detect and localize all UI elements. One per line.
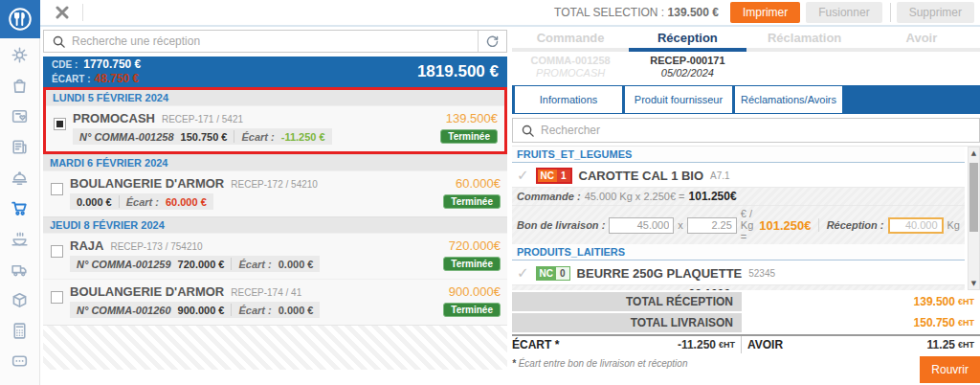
total-reception-value: 139.500€HT bbox=[742, 292, 980, 311]
reception-row-boulangerie-1[interactable]: BOULANGERIE D'ARMORRECEP-172 / 54210 0.0… bbox=[43, 170, 507, 216]
search-icon bbox=[521, 124, 535, 138]
total-livraison-label: TOTAL LIVRAISON bbox=[512, 313, 742, 332]
reception-group-selected: LUNDI 5 FÉVRIER 2024 PROMOCASHRECEP-171 … bbox=[43, 87, 507, 154]
avoir-value: 11.25€HT bbox=[927, 338, 974, 351]
subtab-reclamations-avoirs[interactable]: Réclamations/Avoirs bbox=[735, 86, 842, 113]
product-code: A7.1 bbox=[710, 170, 730, 181]
stock-box-icon[interactable] bbox=[10, 290, 30, 310]
app-logo-icon[interactable] bbox=[0, 0, 40, 38]
reception-row-raja[interactable]: RAJARECEP-173 / 754210 N° COMMA-001259 7… bbox=[43, 233, 507, 279]
scroll-up-icon[interactable]: ▲ bbox=[969, 149, 979, 157]
validated-check-icon: ✓ bbox=[517, 264, 529, 282]
scroll-down-icon[interactable]: ▼ bbox=[969, 280, 979, 287]
reception-ref: RECEP-171 / 5421 bbox=[162, 114, 243, 125]
supplier-card-icon[interactable] bbox=[10, 106, 30, 126]
delivery-truck-icon[interactable] bbox=[10, 260, 30, 280]
product-code: 52345 bbox=[748, 268, 775, 279]
grand-total-value: 1819.500 € bbox=[417, 62, 499, 81]
order-number: N° COMMA-001260 bbox=[77, 305, 171, 316]
ecart-avoir-row: ÉCART * -11.250€HT AVOIR 11.25€HT bbox=[512, 334, 980, 353]
row-checkbox[interactable] bbox=[54, 118, 66, 130]
total-reception-row: TOTAL RÉCEPTION 139.500€HT bbox=[512, 292, 980, 311]
ecart-value: 60.000 € bbox=[166, 196, 207, 208]
left-panel-footer bbox=[43, 370, 507, 385]
row-checkbox[interactable] bbox=[51, 183, 63, 195]
settings-icon[interactable] bbox=[10, 45, 30, 65]
reception-amount: 60.000€ bbox=[456, 176, 501, 191]
subtab-produit-fournisseur[interactable]: Produit fournisseur bbox=[625, 86, 732, 113]
date-header: LUNDI 5 FÉVRIER 2024 bbox=[46, 90, 504, 105]
room-service-icon[interactable] bbox=[10, 168, 30, 188]
order-chip: N° COMMA-001260 900.000 € Écart : 0.000 … bbox=[70, 302, 320, 318]
nc-count: 1 bbox=[557, 170, 570, 182]
messages-icon[interactable] bbox=[10, 351, 30, 372]
shopping-bag-icon[interactable] bbox=[10, 76, 30, 96]
reception-ref: RECEP-173 / 754210 bbox=[110, 241, 202, 252]
sidebar-nav bbox=[0, 38, 39, 372]
kitchen-icon[interactable] bbox=[10, 229, 30, 249]
reception-search bbox=[43, 30, 507, 53]
reception-amount: 900.000€ bbox=[449, 284, 501, 299]
reopen-button[interactable]: Rouvrir bbox=[920, 356, 980, 383]
avoir-ref bbox=[863, 55, 980, 81]
date-header: JEUDI 8 FÉVRIER 2024 bbox=[43, 217, 507, 233]
reception-list-panel: CDE :1770.750 € ÉCART :48.750 € 1819.500… bbox=[43, 30, 507, 385]
tab-reclamation[interactable]: Réclamation bbox=[746, 29, 863, 52]
reception-search-input[interactable] bbox=[72, 34, 478, 48]
date-header: MARDI 6 FÉVRIER 2024 bbox=[43, 155, 507, 170]
print-button[interactable]: Imprimer bbox=[730, 2, 800, 23]
selection-summary-bar: CDE :1770.750 € ÉCART :48.750 € 1819.500… bbox=[43, 57, 507, 87]
ecart-value: 0.000 € bbox=[278, 259, 314, 270]
merge-button[interactable]: Fusionner bbox=[806, 2, 881, 23]
refresh-icon[interactable] bbox=[478, 31, 506, 52]
product-list-scrollbar[interactable]: ▲ ▼ bbox=[968, 147, 980, 290]
close-icon[interactable] bbox=[48, 3, 77, 22]
topbar: TOTAL SELECTION : 139.500 € Imprimer Fus… bbox=[40, 0, 980, 27]
delete-button[interactable]: Supprimer bbox=[897, 2, 974, 23]
button-divider bbox=[890, 3, 891, 22]
calculator-icon[interactable] bbox=[10, 321, 30, 341]
product-search bbox=[512, 118, 980, 143]
order-amount: 0.000 € bbox=[77, 196, 112, 208]
reclamation-ref bbox=[746, 55, 863, 81]
ecart-label: Écart : bbox=[241, 131, 274, 143]
bl-qty-input[interactable] bbox=[609, 217, 674, 234]
sidebar bbox=[0, 0, 40, 385]
workflow-tabs: Commande Réception Réclamation Avoir bbox=[512, 29, 980, 52]
tab-avoir[interactable]: Avoir bbox=[863, 29, 980, 52]
order-number: N° COMMA-001259 bbox=[77, 259, 171, 270]
row-checkbox[interactable] bbox=[51, 245, 63, 258]
invoices-icon[interactable] bbox=[10, 137, 30, 157]
shopping-cart-icon[interactable] bbox=[10, 198, 30, 218]
commande-expr: 45.000 Kg x 2.250€ = bbox=[585, 191, 685, 202]
subtab-informations[interactable]: Informations bbox=[515, 86, 622, 113]
status-badge: Terminée bbox=[443, 194, 501, 209]
reception-row-promocash[interactable]: PROMOCASHRECEP-171 / 5421 N° COMMA-00125… bbox=[46, 105, 504, 151]
ecart-label: Écart : bbox=[238, 259, 271, 270]
product-search-input[interactable] bbox=[541, 124, 979, 137]
scrollbar-thumb[interactable] bbox=[969, 163, 978, 232]
tab-commande[interactable]: Commande bbox=[512, 29, 629, 52]
ecart-label: ÉCART * bbox=[512, 338, 559, 351]
bl-price-input[interactable] bbox=[687, 217, 737, 234]
reception-amount: 139.500€ bbox=[446, 111, 498, 125]
status-badge: Terminée bbox=[443, 303, 501, 317]
order-number: N° COMMA-001258 bbox=[79, 131, 174, 143]
topbar-divider bbox=[82, 4, 83, 21]
commande-line: Commande : 45.000 Kg x 2.250€ = 101.250€ bbox=[512, 187, 965, 205]
total-reception-label: TOTAL RÉCEPTION bbox=[512, 292, 742, 311]
order-chip: 0.000 € Écart : 60.000 € bbox=[70, 193, 213, 210]
ecart-value: 0.000 € bbox=[278, 305, 314, 316]
reception-qty-input[interactable] bbox=[888, 217, 944, 234]
total-selection: TOTAL SELECTION : 139.500 € bbox=[554, 6, 719, 19]
row-checkbox[interactable] bbox=[51, 291, 63, 304]
tab-reception[interactable]: Réception bbox=[629, 29, 746, 52]
status-badge: Terminée bbox=[440, 129, 498, 144]
category-header: FRUITS_ET_LEGUMES bbox=[512, 147, 965, 163]
commande-ref: COMMA-001258 PROMOCASH bbox=[512, 55, 629, 81]
ecart-value: -11.250 € bbox=[281, 131, 325, 143]
product-beurre: ✓ NC0 BEURRE 250G PLAQUETTE 52345 Comman… bbox=[512, 260, 965, 290]
order-chip: N° COMMA-001258 150.750 € Écart : -11.25… bbox=[73, 128, 332, 145]
reception-row-boulangerie-2[interactable]: BOULANGERIE D'ARMORRECEP-174 / 41 N° COM… bbox=[43, 279, 507, 325]
ecart-total: ÉCART :48.750 € bbox=[52, 72, 141, 86]
